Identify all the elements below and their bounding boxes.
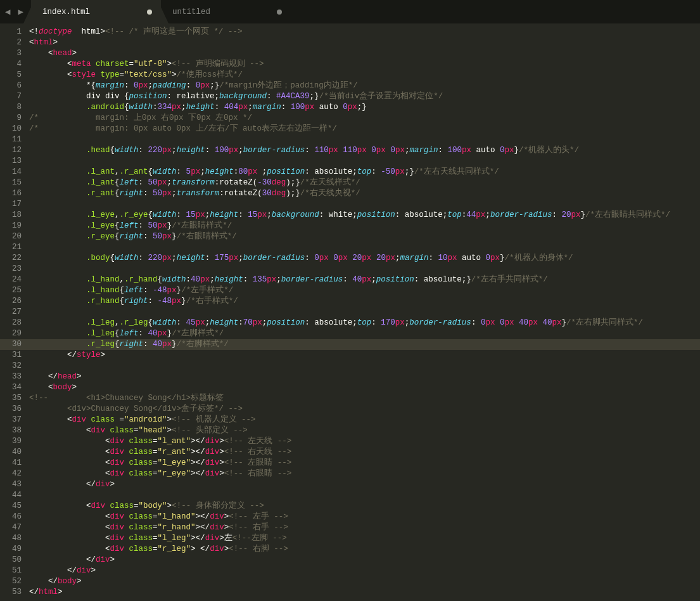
tab-label: untitled [172,8,210,16]
tab-bar: ◀ ▶ index.html untitled [0,0,700,23]
tab-index-html[interactable]: index.html [31,0,161,23]
dirty-indicator-icon [277,10,282,15]
tab-untitled[interactable]: untitled [161,0,291,23]
code-content[interactable]: <!doctype html><!-- /* 声明这是一个网页 */ --><h… [29,23,700,601]
tab-label: index.html [42,8,90,16]
dirty-indicator-icon [147,10,152,15]
editor-area[interactable]: 1234567891011121314151617181920212223242… [0,23,700,601]
nav-back-icon[interactable]: ◀ [3,5,13,18]
line-number-gutter: 1234567891011121314151617181920212223242… [0,23,29,601]
